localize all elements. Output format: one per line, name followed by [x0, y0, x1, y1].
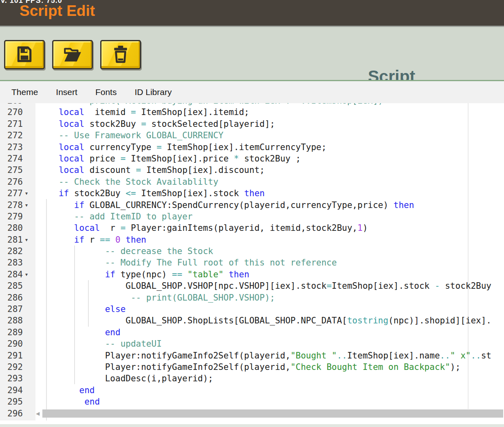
code-text: local price = ItemShop[iex].price * stoc…	[35, 154, 301, 164]
line-number: 284	[0, 269, 35, 280]
line-number: 295	[0, 396, 35, 407]
line-number: 281	[0, 234, 35, 246]
line-number: 278	[0, 199, 35, 211]
bottom-strip	[0, 424, 504, 427]
code-line-284: 284▾ if type(npc) == "table" then	[0, 269, 504, 280]
line-number: 296	[0, 408, 35, 419]
code-text: LoadDesc(i,playerid);	[35, 374, 213, 383]
fold-arrow-icon[interactable]: ▾	[25, 234, 28, 246]
code-line-290: 290 -- updateUI	[0, 338, 504, 350]
menu-item-fonts[interactable]: Fonts	[95, 87, 117, 97]
code-line-278: 278▾ if GLOBAL_CURRENCY:SpendCurrency(pl…	[0, 199, 504, 211]
code-text: end	[35, 327, 121, 337]
code-line-282: 282 -- decrease the Stock	[0, 246, 504, 257]
line-number: 290	[0, 338, 35, 350]
line-number: 275	[0, 164, 35, 176]
trash-icon	[111, 45, 130, 65]
line-number: 273	[0, 142, 35, 153]
code-text: else	[35, 304, 125, 314]
line-number: 270	[0, 106, 35, 118]
line-number: 285	[0, 280, 35, 292]
code-line-294: 294 end	[0, 385, 504, 396]
code-text: if r == 0 then	[35, 235, 146, 245]
fold-arrow-icon[interactable]: ▾	[25, 199, 28, 211]
script-edit-screen: v. 101 FPS: 75.0 Script Edit	[0, 0, 504, 427]
code-line-292: 292 Player:notifyGameInfo2Self(playerid,…	[0, 361, 504, 373]
menu-item-theme[interactable]: Theme	[11, 87, 38, 97]
line-number: 292	[0, 361, 35, 373]
fold-arrow-icon[interactable]: ▾	[25, 269, 28, 280]
code-editor[interactable]: 269 -- print("Action buying an item with…	[0, 103, 504, 420]
code-line-280: 280 local r = Player:gainItems(playerid,…	[0, 222, 504, 234]
page-title: Script Edit	[20, 2, 95, 20]
line-number: 283	[0, 257, 35, 268]
line-number: 294	[0, 385, 35, 396]
code-text: if GLOBAL_CURRENCY:SpendCurrency(playeri…	[35, 200, 414, 210]
code-line-281: 281▾ if r == 0 then	[0, 234, 504, 246]
code-line-270: 270 local itemid = ItemShop[iex].itemid;	[0, 106, 504, 118]
code-text: -- decrease the Stock	[35, 246, 213, 256]
code-text: -- Check the Stock Availablilty	[35, 177, 218, 187]
line-number: 293	[0, 373, 35, 384]
code-text: Player:notifyGameInfo2Self(playerid,"Bou…	[35, 351, 491, 361]
scroll-left-arrow-icon[interactable]: ◀	[36, 408, 40, 419]
title-bar: v. 101 FPS: 75.0 Script Edit	[0, 0, 504, 27]
menu-bar: Theme Insert Fonts ID Library	[0, 81, 504, 103]
floppy-disk-icon	[15, 45, 34, 65]
hscroll-thumb[interactable]	[42, 409, 503, 418]
code-text: -- updateUI	[35, 339, 162, 349]
line-number: 280	[0, 222, 35, 234]
code-lines-wrapper: 269 -- print("Action buying an item with…	[0, 103, 504, 419]
code-text: local stock2Buy = stockSelected[playerid…	[35, 119, 275, 129]
line-number: 276	[0, 176, 35, 188]
save-button[interactable]	[4, 40, 45, 69]
line-number: 282	[0, 246, 35, 257]
line-number: 272	[0, 130, 35, 141]
toolbar-panel: Script	[0, 27, 504, 80]
code-text: local r = Player:gainItems(playerid, ite…	[35, 223, 368, 233]
line-number: 289	[0, 327, 35, 338]
code-text: GLOBAL_SHOP.ShopLists[GLOBAL_SHOP.NPC_DA…	[35, 316, 491, 325]
code-line-287: 287 else	[0, 303, 504, 315]
code-line-289: 289 end	[0, 327, 504, 338]
line-number: 277	[0, 188, 35, 199]
fold-arrow-icon[interactable]: ▾	[25, 188, 28, 199]
menu-item-id-library[interactable]: ID Library	[134, 87, 172, 97]
open-button[interactable]	[52, 40, 93, 69]
code-text: local currencyType = ItemShop[iex].itemC…	[35, 142, 326, 152]
line-number: 279	[0, 211, 35, 222]
code-line-271: 271 local stock2Buy = stockSelected[play…	[0, 118, 504, 130]
code-line-285: 285 GLOBAL_SHOP.VSHOP[npc.VSHOP][iex].st…	[0, 280, 504, 292]
code-lines: 269 -- print("Action buying an item with…	[0, 103, 504, 408]
code-line-275: 275 local discount = ItemShop[iex].disco…	[0, 164, 504, 176]
code-text: -- add ItemID to player	[35, 212, 193, 221]
code-line-277: 277▾ if stock2Buy <= ItemShop[iex].stock…	[0, 188, 504, 199]
code-text: end	[35, 397, 100, 407]
line-number: 287	[0, 303, 35, 315]
code-text: -- print(GLOBAL_SHOP.VSHOP);	[35, 293, 275, 303]
code-line-291: 291 Player:notifyGameInfo2Self(playerid,…	[0, 350, 504, 361]
code-line-288: 288 GLOBAL_SHOP.ShopLists[GLOBAL_SHOP.NP…	[0, 315, 504, 326]
code-text: local itemid = ItemShop[iex].itemid;	[35, 107, 249, 117]
code-line-276: 276 -- Check the Stock Availablilty	[0, 176, 504, 188]
code-line-283: 283 -- Modify The Full root of this not …	[0, 257, 504, 268]
delete-button[interactable]	[100, 40, 141, 69]
code-line-274: 274 local price = ItemShop[iex].price * …	[0, 153, 504, 164]
code-text: local discount = ItemShop[iex].discount;	[35, 165, 265, 175]
code-line-272: 272 -- Use Framework GLOBAL_CURRENCY	[0, 130, 504, 141]
line-number: 269	[0, 103, 35, 106]
open-folder-icon	[62, 45, 83, 64]
code-text: -- print("Action buying an item with iex…	[35, 103, 383, 106]
code-line-269: 269 -- print("Action buying an item with…	[0, 103, 504, 106]
hscroll-row: 296 ◀	[0, 408, 504, 419]
code-text: GLOBAL_SHOP.VSHOP[npc.VSHOP][iex].stock=…	[35, 281, 491, 291]
code-line-293: 293 LoadDesc(i,playerid);	[0, 373, 504, 384]
menu-item-insert[interactable]: Insert	[56, 87, 77, 97]
code-text: -- Use Framework GLOBAL_CURRENCY	[35, 131, 224, 140]
code-line-273: 273 local currencyType = ItemShop[iex].i…	[0, 142, 504, 153]
line-number: 271	[0, 118, 35, 130]
code-text: end	[35, 385, 95, 395]
line-number: 288	[0, 315, 35, 326]
code-line-286: 286 -- print(GLOBAL_SHOP.VSHOP);	[0, 292, 504, 303]
line-number: 291	[0, 350, 35, 361]
